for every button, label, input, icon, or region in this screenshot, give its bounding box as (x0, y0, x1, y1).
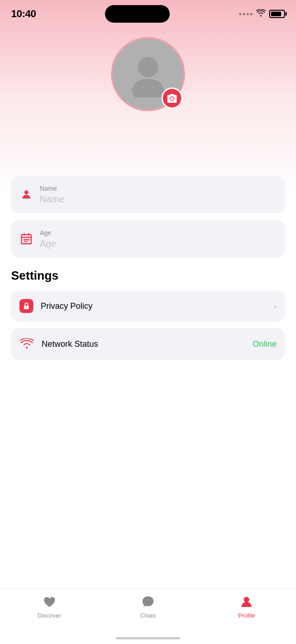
profile-tab-label: Profile (238, 612, 255, 619)
svg-point-11 (26, 307, 27, 308)
tab-profile[interactable]: Profile (197, 594, 296, 619)
age-field-icon-wrap (19, 232, 33, 245)
signal-dot-3 (247, 13, 249, 15)
battery-fill (271, 12, 281, 16)
calendar-icon (20, 232, 33, 245)
svg-point-3 (25, 190, 29, 194)
avatar-wrapper (111, 37, 185, 111)
svg-point-12 (244, 597, 249, 602)
name-field-card[interactable]: Name Name (11, 176, 285, 213)
svg-point-0 (138, 57, 158, 77)
name-field-content: Name Name (40, 185, 277, 205)
name-field-icon-wrap (19, 188, 33, 200)
status-bar: 10:40 (0, 0, 296, 28)
lock-icon-wrap (19, 299, 33, 313)
privacy-policy-label: Privacy Policy (41, 301, 92, 311)
privacy-policy-left: Privacy Policy (19, 299, 92, 313)
main-content: Name Name Age Age Settings (0, 176, 296, 366)
svg-rect-5 (24, 239, 25, 241)
signal-dot-2 (243, 13, 245, 15)
person-icon (20, 188, 32, 200)
chats-tab-label: Chats (140, 612, 156, 619)
lock-icon (22, 302, 31, 310)
dynamic-island (105, 5, 170, 23)
name-label: Name (40, 185, 277, 192)
signal-dot-4 (250, 13, 253, 15)
heart-icon (43, 595, 56, 608)
age-placeholder: Age (40, 238, 277, 249)
avatar-section (111, 37, 185, 111)
name-placeholder: Name (40, 194, 277, 205)
chats-tab-icon (141, 594, 155, 609)
settings-section: Settings Privacy Policy › (11, 269, 285, 360)
network-status-item[interactable]: Network Status Online (11, 328, 285, 360)
signal-dot-1 (239, 13, 241, 15)
tab-discover[interactable]: Discover (0, 594, 99, 619)
age-field-card[interactable]: Age Age (11, 220, 285, 257)
chat-bubble-icon (141, 595, 155, 609)
svg-rect-7 (28, 239, 30, 241)
camera-button[interactable] (161, 88, 183, 109)
svg-point-1 (132, 79, 164, 97)
profile-person-icon (240, 595, 253, 609)
network-status-left: Network Status (19, 337, 98, 351)
svg-point-2 (171, 97, 174, 100)
profile-tab-icon (239, 594, 254, 609)
discover-tab-label: Discover (37, 612, 61, 619)
tab-bar: Discover Chats Profile (0, 588, 296, 644)
status-icons (239, 9, 285, 19)
settings-title: Settings (11, 269, 285, 283)
wifi-status-svg (20, 338, 34, 350)
network-status-label: Network Status (42, 339, 98, 349)
tab-chats[interactable]: Chats (99, 594, 197, 619)
privacy-policy-item[interactable]: Privacy Policy › (11, 290, 285, 322)
svg-rect-9 (26, 241, 28, 242)
discover-tab-icon (42, 594, 57, 609)
battery-icon (269, 10, 285, 18)
age-label: Age (40, 229, 277, 237)
signal-dots (239, 13, 253, 15)
status-time: 10:40 (11, 8, 36, 20)
wifi-icon (256, 9, 265, 19)
online-status-badge: Online (253, 339, 277, 349)
chevron-right-icon: › (273, 301, 277, 312)
wifi-status-icon (19, 337, 34, 351)
camera-icon (166, 93, 178, 104)
svg-rect-8 (24, 241, 25, 242)
age-field-content: Age Age (40, 229, 277, 249)
svg-rect-6 (26, 239, 28, 241)
home-indicator (116, 637, 180, 639)
